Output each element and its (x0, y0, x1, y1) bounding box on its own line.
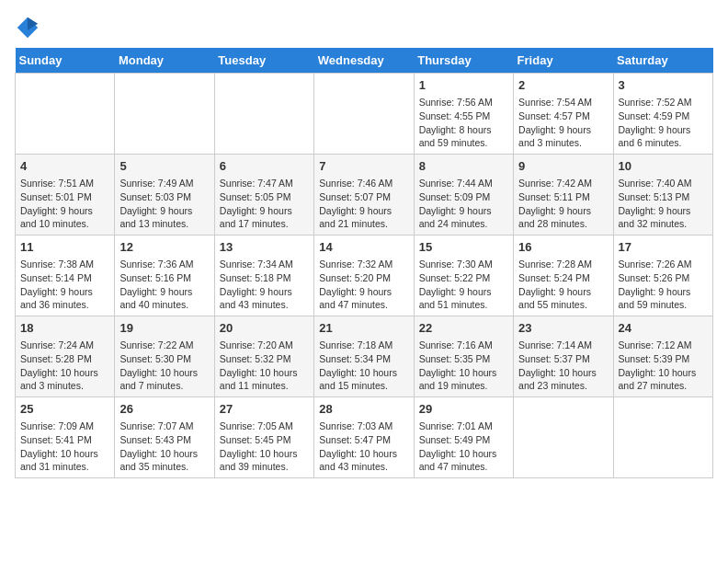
day-header-tuesday: Tuesday (214, 48, 313, 74)
week-row-5: 25Sunrise: 7:09 AMSunset: 5:41 PMDayligh… (16, 397, 713, 478)
sunset-text: Sunset: 5:09 PM (419, 191, 491, 202)
calendar-cell: 25Sunrise: 7:09 AMSunset: 5:41 PMDayligh… (16, 397, 115, 478)
daylight-text: Daylight: 10 hours and 15 minutes. (319, 367, 397, 392)
daylight-text: Daylight: 9 hours and 13 minutes. (119, 205, 192, 230)
sunset-text: Sunset: 5:01 PM (20, 191, 92, 202)
date-number: 5 (119, 158, 209, 175)
daylight-text: Daylight: 10 hours and 3 minutes. (20, 367, 98, 392)
date-number: 29 (419, 401, 508, 418)
sunrise-text: Sunrise: 7:28 AM (518, 259, 592, 270)
logo (15, 15, 44, 40)
sunset-text: Sunset: 5:18 PM (220, 272, 291, 283)
sunset-text: Sunset: 5:30 PM (119, 353, 191, 364)
calendar-cell: 4Sunrise: 7:51 AMSunset: 5:01 PMDaylight… (16, 155, 115, 236)
daylight-text: Daylight: 9 hours and 3 minutes. (518, 124, 591, 149)
calendar-cell: 15Sunrise: 7:30 AMSunset: 5:22 PMDayligh… (414, 236, 513, 316)
date-number: 21 (319, 320, 408, 337)
sunset-text: Sunset: 5:05 PM (220, 191, 291, 202)
date-number: 6 (220, 158, 309, 175)
sunrise-text: Sunrise: 7:30 AM (419, 259, 493, 270)
daylight-text: Daylight: 9 hours and 6 minutes. (619, 124, 691, 149)
date-number: 23 (518, 320, 608, 337)
calendar-cell: 8Sunrise: 7:44 AMSunset: 5:09 PMDaylight… (414, 155, 513, 236)
calendar-cell (314, 74, 414, 155)
date-number: 22 (419, 320, 508, 337)
calendar-cell: 29Sunrise: 7:01 AMSunset: 5:49 PMDayligh… (414, 397, 513, 478)
calendar-cell: 22Sunrise: 7:16 AMSunset: 5:35 PMDayligh… (414, 316, 513, 397)
date-number: 14 (319, 239, 408, 256)
date-number: 16 (518, 239, 608, 256)
sunset-text: Sunset: 5:32 PM (220, 353, 291, 364)
sunset-text: Sunset: 5:43 PM (119, 434, 191, 445)
sunset-text: Sunset: 5:26 PM (619, 272, 690, 283)
sunset-text: Sunset: 5:28 PM (20, 353, 92, 364)
sunrise-text: Sunrise: 7:51 AM (20, 178, 94, 189)
daylight-text: Daylight: 9 hours and 43 minutes. (220, 286, 292, 311)
daylight-text: Daylight: 10 hours and 31 minutes. (20, 448, 98, 473)
daylight-text: Daylight: 10 hours and 11 minutes. (220, 367, 298, 392)
daylight-text: Daylight: 10 hours and 7 minutes. (119, 367, 198, 392)
sunrise-text: Sunrise: 7:12 AM (619, 339, 692, 350)
calendar-cell: 27Sunrise: 7:05 AMSunset: 5:45 PMDayligh… (214, 397, 313, 478)
daylight-text: Daylight: 10 hours and 43 minutes. (319, 448, 397, 473)
calendar-cell: 11Sunrise: 7:38 AMSunset: 5:14 PMDayligh… (16, 236, 115, 316)
sunset-text: Sunset: 5:14 PM (20, 272, 92, 283)
calendar-cell: 17Sunrise: 7:26 AMSunset: 5:26 PMDayligh… (613, 236, 712, 316)
sunset-text: Sunset: 5:03 PM (119, 191, 191, 202)
date-number: 11 (20, 239, 109, 256)
calendar-cell: 2Sunrise: 7:54 AMSunset: 4:57 PMDaylight… (514, 74, 613, 155)
calendar-cell (115, 74, 214, 155)
calendar-cell: 10Sunrise: 7:40 AMSunset: 5:13 PMDayligh… (613, 155, 712, 236)
calendar-cell: 23Sunrise: 7:14 AMSunset: 5:37 PMDayligh… (514, 316, 613, 397)
daylight-text: Daylight: 9 hours and 51 minutes. (419, 286, 492, 311)
sunrise-text: Sunrise: 7:56 AM (419, 97, 493, 108)
sunrise-text: Sunrise: 7:26 AM (619, 259, 692, 270)
week-row-2: 4Sunrise: 7:51 AMSunset: 5:01 PMDaylight… (16, 155, 713, 236)
sunrise-text: Sunrise: 7:20 AM (220, 339, 293, 350)
date-number: 7 (319, 158, 408, 175)
sunrise-text: Sunrise: 7:22 AM (119, 339, 193, 350)
sunrise-text: Sunrise: 7:49 AM (119, 178, 193, 189)
sunrise-text: Sunrise: 7:07 AM (119, 420, 193, 431)
daylight-text: Daylight: 9 hours and 17 minutes. (220, 205, 292, 230)
sunrise-text: Sunrise: 7:34 AM (220, 259, 293, 270)
sunset-text: Sunset: 5:24 PM (518, 272, 590, 283)
daylight-text: Daylight: 10 hours and 19 minutes. (419, 367, 497, 392)
daylight-text: Daylight: 10 hours and 35 minutes. (119, 448, 198, 473)
sunrise-text: Sunrise: 7:32 AM (319, 259, 392, 270)
daylight-text: Daylight: 9 hours and 55 minutes. (518, 286, 591, 311)
date-number: 28 (319, 401, 408, 418)
sunrise-text: Sunrise: 7:14 AM (518, 339, 592, 350)
sunrise-text: Sunrise: 7:18 AM (319, 339, 392, 350)
date-number: 3 (619, 77, 708, 94)
sunrise-text: Sunrise: 7:40 AM (619, 178, 692, 189)
date-number: 19 (119, 320, 209, 337)
sunset-text: Sunset: 4:55 PM (419, 110, 491, 121)
date-number: 24 (619, 320, 708, 337)
date-number: 18 (20, 320, 109, 337)
calendar-cell (16, 74, 115, 155)
date-number: 4 (20, 158, 109, 175)
calendar-cell: 1Sunrise: 7:56 AMSunset: 4:55 PMDaylight… (414, 74, 513, 155)
daylight-text: Daylight: 9 hours and 59 minutes. (619, 286, 691, 311)
daylight-text: Daylight: 10 hours and 23 minutes. (518, 367, 597, 392)
sunset-text: Sunset: 5:11 PM (518, 191, 590, 202)
calendar-cell: 28Sunrise: 7:03 AMSunset: 5:47 PMDayligh… (314, 397, 414, 478)
date-number: 26 (119, 401, 209, 418)
calendar-table: SundayMondayTuesdayWednesdayThursdayFrid… (15, 48, 713, 478)
sunrise-text: Sunrise: 7:05 AM (220, 420, 293, 431)
daylight-text: Daylight: 9 hours and 47 minutes. (319, 286, 392, 311)
sunrise-text: Sunrise: 7:54 AM (518, 97, 592, 108)
daylight-text: Daylight: 9 hours and 28 minutes. (518, 205, 591, 230)
week-row-1: 1Sunrise: 7:56 AMSunset: 4:55 PMDaylight… (16, 74, 713, 155)
day-header-saturday: Saturday (613, 48, 712, 74)
calendar-cell (214, 74, 313, 155)
calendar-cell: 24Sunrise: 7:12 AMSunset: 5:39 PMDayligh… (613, 316, 712, 397)
days-header-row: SundayMondayTuesdayWednesdayThursdayFrid… (16, 48, 713, 74)
daylight-text: Daylight: 9 hours and 36 minutes. (20, 286, 93, 311)
calendar-cell: 7Sunrise: 7:46 AMSunset: 5:07 PMDaylight… (314, 155, 414, 236)
date-number: 13 (220, 239, 309, 256)
sunset-text: Sunset: 5:35 PM (419, 353, 491, 364)
sunrise-text: Sunrise: 7:01 AM (419, 420, 493, 431)
day-header-friday: Friday (514, 48, 613, 74)
